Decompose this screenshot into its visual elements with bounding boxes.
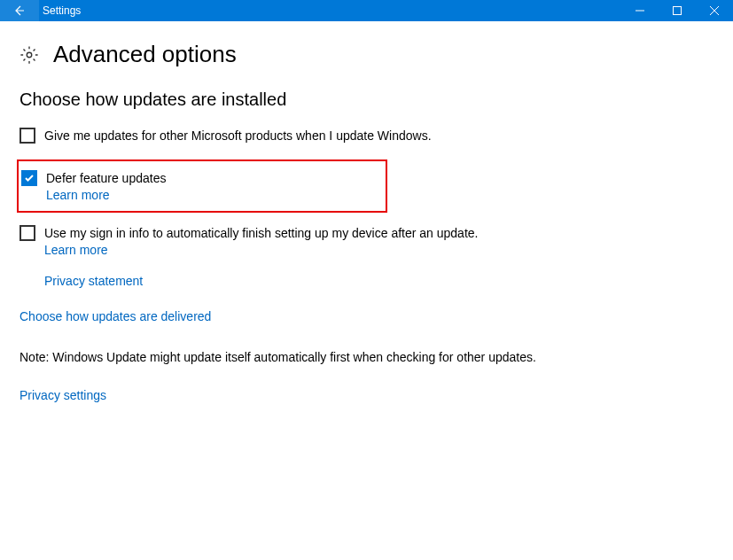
option-other-products: Give me updates for other Microsoft prod… <box>19 128 714 144</box>
note-text: Note: Windows Update might update itself… <box>19 350 714 364</box>
option-other-products-label: Give me updates for other Microsoft prod… <box>44 128 432 144</box>
link-updates-delivered[interactable]: Choose how updates are delivered <box>19 309 211 323</box>
option-defer-highlight: Defer feature updates Learn more <box>17 159 387 213</box>
minimize-icon <box>636 6 644 15</box>
maximize-icon <box>673 6 682 15</box>
back-button[interactable] <box>0 0 39 21</box>
page-header: Advanced options <box>19 41 714 68</box>
svg-point-4 <box>27 52 32 58</box>
option-defer-label: Defer feature updates <box>46 170 166 186</box>
link-defer-learn-more[interactable]: Learn more <box>46 188 166 202</box>
page-title: Advanced options <box>53 41 237 68</box>
minimize-button[interactable] <box>621 0 659 21</box>
gear-icon <box>19 45 39 65</box>
maximize-button[interactable] <box>659 0 696 21</box>
window-title: Settings <box>43 4 621 17</box>
content-area: Advanced options Choose how updates are … <box>0 21 733 423</box>
checkbox-defer[interactable] <box>21 170 37 186</box>
section-title: Choose how updates are installed <box>19 89 714 110</box>
link-privacy-settings[interactable]: Privacy settings <box>19 388 106 402</box>
svg-rect-1 <box>674 7 682 15</box>
checkbox-signin[interactable] <box>19 225 35 241</box>
titlebar: Settings <box>0 0 733 21</box>
back-arrow-icon <box>12 4 27 18</box>
option-defer: Defer feature updates Learn more <box>19 170 380 202</box>
option-signin: Use my sign in info to automatically fin… <box>19 225 714 257</box>
close-button[interactable] <box>696 0 733 21</box>
window-controls <box>621 0 733 21</box>
link-signin-learn-more[interactable]: Learn more <box>44 243 478 257</box>
close-icon <box>710 6 719 15</box>
link-privacy-statement[interactable]: Privacy statement <box>44 274 143 288</box>
checkbox-other-products[interactable] <box>19 128 35 144</box>
option-signin-label: Use my sign in info to automatically fin… <box>44 225 478 241</box>
